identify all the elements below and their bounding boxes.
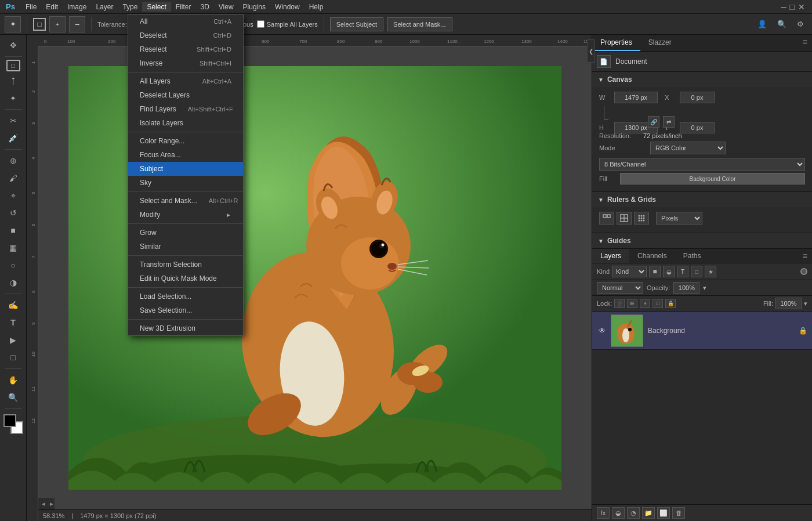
lasso-tool[interactable]: ⭡ [3, 73, 23, 89]
window-close[interactable]: ✕ [798, 2, 805, 12]
menu-view[interactable]: View [214, 2, 238, 12]
opacity-chevron[interactable]: ▾ [703, 284, 706, 292]
eyedropper-tool[interactable]: 💉 [3, 130, 23, 146]
delete-layer-icon[interactable]: 🗑 [672, 507, 685, 519]
rulers-grids-header[interactable]: ▼ Rulers & Grids [592, 192, 812, 207]
menu-modify[interactable]: Modify ► [128, 208, 243, 222]
menu-select-and-mask[interactable]: Select and Mask... Alt+Ctrl+R [128, 194, 243, 208]
channels-tab[interactable]: Channels [629, 249, 675, 263]
healing-tool[interactable]: ⊕ [3, 153, 23, 169]
menu-focus-area[interactable]: Focus Area... [128, 148, 243, 162]
path-selection-tool[interactable]: ▶ [3, 332, 23, 348]
select-mask-button[interactable]: Select and Mask... [387, 17, 452, 31]
menu-all[interactable]: All Ctrl+A [128, 15, 243, 28]
lock-artboard-icon[interactable]: □ [652, 299, 663, 308]
rectangular-marquee-tool[interactable]: □ [6, 60, 20, 71]
lock-all-icon[interactable]: 🔒 [665, 299, 676, 308]
menu-subject[interactable]: Subject [128, 162, 243, 176]
x-input[interactable] [680, 92, 715, 103]
menu-similar[interactable]: Similar [128, 240, 243, 254]
mode-select[interactable]: RGB Color [650, 142, 726, 154]
canvas-section-header[interactable]: ▼ Canvas [592, 72, 812, 87]
menu-transform-selection[interactable]: Transform Selection [128, 258, 243, 272]
opacity-input[interactable] [673, 282, 699, 294]
guides-header[interactable]: ▼ Guides [592, 233, 812, 248]
new-group-icon[interactable]: 📁 [642, 507, 655, 519]
menu-window[interactable]: Window [270, 2, 304, 12]
menu-save-selection[interactable]: Save Selection... [128, 303, 243, 317]
window-minimize[interactable]: – [781, 2, 786, 12]
fill-swatch[interactable]: Background Color [620, 173, 805, 184]
subtract-selection-btn[interactable]: − [69, 16, 85, 32]
filter-type-icon[interactable]: T [677, 266, 688, 277]
menu-color-range[interactable]: Color Range... [128, 134, 243, 148]
paths-tab[interactable]: Paths [675, 249, 709, 263]
eraser-tool[interactable]: ■ [3, 222, 23, 238]
filter-smart-icon[interactable]: ★ [705, 266, 716, 277]
document-icon[interactable]: 📄 [597, 55, 611, 68]
canvas-wrapper[interactable] [38, 46, 592, 509]
width-input[interactable] [614, 92, 658, 103]
type-tool[interactable]: T [3, 314, 23, 331]
dodge-tool[interactable]: ◑ [3, 274, 23, 291]
menu-find-layers[interactable]: Find Layers Alt+Shift+Ctrl+F [128, 102, 243, 116]
quick-select-tool[interactable]: ✦ [3, 90, 23, 106]
brush-tool[interactable]: 🖌 [3, 170, 23, 186]
menu-filter[interactable]: Filter [171, 2, 196, 12]
add-style-icon[interactable]: fx [597, 507, 610, 519]
scroll-right-icon[interactable]: ► [49, 501, 55, 507]
menu-3d[interactable]: 3D [195, 2, 213, 12]
clone-tool[interactable]: ⌖ [3, 187, 23, 204]
lock-position-icon[interactable]: ⊕ [627, 299, 637, 308]
sample-all-layers-checkbox[interactable] [257, 20, 264, 28]
layer-visibility-icon[interactable]: 👁 [597, 325, 607, 336]
layers-tab[interactable]: Layers [592, 249, 629, 263]
menu-edit[interactable]: Edit [41, 2, 63, 12]
layers-panel-menu-icon[interactable]: ≡ [798, 249, 812, 263]
new-selection-btn[interactable]: □ [33, 18, 46, 31]
filter-indicator[interactable] [800, 268, 807, 275]
rulers-unit-select[interactable]: Pixels [656, 212, 702, 225]
filter-shape-icon[interactable]: □ [691, 266, 702, 277]
panel-collapse-button[interactable]: ❮ [587, 39, 595, 63]
menu-image[interactable]: Image [63, 2, 91, 12]
fill-chevron[interactable]: ▾ [804, 300, 807, 307]
filter-adjust-icon[interactable]: ◒ [663, 266, 675, 277]
panel-options-icon[interactable]: ≡ [798, 35, 812, 51]
filter-pixel-icon[interactable]: ■ [649, 266, 661, 277]
dots-grid-icon[interactable] [634, 212, 649, 225]
menu-help[interactable]: Help [304, 2, 328, 12]
new-layer-icon[interactable]: ⬜ [657, 507, 670, 519]
shape-tool[interactable]: □ [3, 349, 23, 366]
bits-select[interactable]: 8 Bits/Channel [599, 158, 805, 171]
pen-tool[interactable]: ✍ [3, 297, 23, 313]
menu-layer[interactable]: Layer [91, 2, 118, 12]
menu-file[interactable]: File [21, 2, 41, 12]
scroll-left-icon[interactable]: ◄ [41, 501, 46, 507]
menu-sky[interactable]: Sky [128, 176, 243, 190]
slazzer-tab[interactable]: Slazzer [640, 35, 680, 51]
new-adjustment-icon[interactable]: ◔ [627, 507, 640, 519]
history-tool[interactable]: ↺ [3, 205, 23, 221]
share-icon[interactable]: 👤 [754, 20, 770, 28]
menu-load-selection[interactable]: Load Selection... [128, 290, 243, 303]
hand-tool[interactable]: ✋ [3, 372, 23, 388]
add-mask-icon[interactable]: ◒ [612, 507, 625, 519]
menu-deselect[interactable]: Deselect Ctrl+D [128, 28, 243, 42]
menu-quick-mask[interactable]: Edit in Quick Mask Mode [128, 272, 243, 285]
menu-grow[interactable]: Grow [128, 226, 243, 240]
settings-icon[interactable]: ⚙ [793, 20, 807, 28]
window-restore[interactable]: □ [790, 2, 795, 12]
corner-grid-icon[interactable] [599, 212, 614, 225]
lock-move-icon[interactable]: ⌖ [640, 299, 650, 308]
kind-select[interactable]: Kind [612, 266, 647, 277]
blur-tool[interactable]: ○ [3, 257, 23, 273]
menu-all-layers[interactable]: All Layers Alt+Ctrl+A [128, 74, 243, 88]
zoom-tool[interactable]: 🔍 [3, 389, 23, 406]
menu-plugins[interactable]: Plugins [238, 2, 270, 12]
select-subject-button[interactable]: Select Subject [330, 17, 383, 31]
properties-tab[interactable]: Properties [592, 35, 640, 51]
full-grid-icon[interactable] [617, 212, 632, 225]
swap-dimensions-icon[interactable]: ⇄ [663, 116, 675, 128]
menu-inverse[interactable]: Inverse Shift+Ctrl+I [128, 56, 243, 70]
